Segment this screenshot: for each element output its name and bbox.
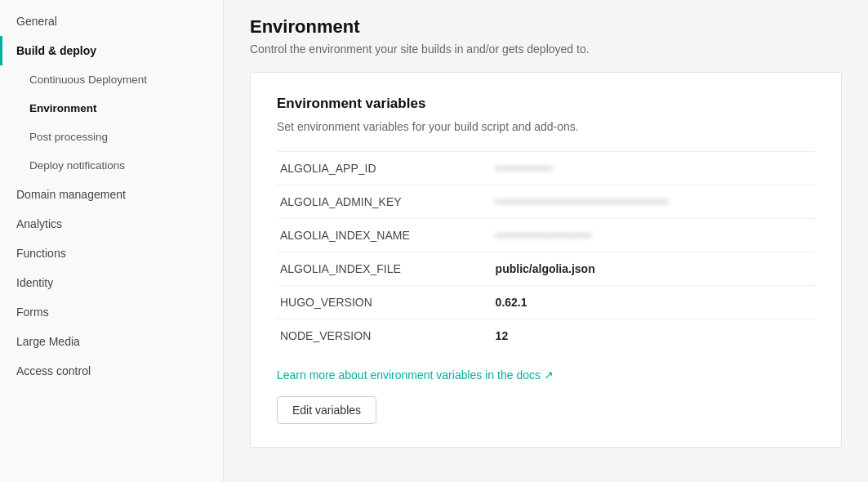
env-value-cell: •••••••••••••••••••• — [492, 219, 815, 252]
sidebar-item-identity[interactable]: Identity — [0, 268, 223, 297]
sidebar-item-forms[interactable]: Forms — [0, 297, 223, 327]
main-content: Environment Control the environment your… — [224, 0, 868, 482]
card-description: Set environment variables for your build… — [277, 120, 815, 133]
sidebar-item-functions[interactable]: Functions — [0, 239, 223, 268]
env-table-row: ALGOLIA_INDEX_NAME•••••••••••••••••••• — [277, 219, 815, 252]
env-value-cell: •••••••••••••••••••••••••••••••••••• — [492, 185, 815, 219]
sidebar: General Build & deploy Continuous Deploy… — [0, 0, 224, 482]
edit-variables-button[interactable]: Edit variables — [277, 396, 376, 424]
page-title: Environment — [250, 16, 842, 38]
env-table-row: HUGO_VERSION0.62.1 — [277, 286, 815, 319]
sidebar-item-post-processing[interactable]: Post processing — [0, 123, 223, 151]
env-key-cell: ALGOLIA_ADMIN_KEY — [277, 185, 492, 219]
env-variables-card: Environment variables Set environment va… — [250, 72, 842, 448]
sidebar-item-analytics[interactable]: Analytics — [0, 209, 223, 239]
sidebar-item-domain-management[interactable]: Domain management — [0, 180, 223, 209]
learn-more-link[interactable]: Learn more about environment variables i… — [277, 368, 554, 382]
sidebar-item-large-media[interactable]: Large Media — [0, 327, 223, 356]
env-key-cell: ALGOLIA_APP_ID — [277, 152, 492, 185]
sidebar-item-access-control[interactable]: Access control — [0, 356, 223, 386]
env-table-row: ALGOLIA_INDEX_FILEpublic/algolia.json — [277, 252, 815, 286]
sidebar-item-deploy-notifications[interactable]: Deploy notifications — [0, 151, 223, 180]
env-value-cell: 0.62.1 — [492, 286, 815, 319]
env-key-cell: ALGOLIA_INDEX_FILE — [277, 252, 492, 286]
env-table-row: ALGOLIA_ADMIN_KEY•••••••••••••••••••••••… — [277, 185, 815, 219]
page-subtitle: Control the environment your site builds… — [250, 42, 842, 56]
sidebar-item-build-deploy[interactable]: Build & deploy — [0, 36, 223, 65]
sidebar-item-general[interactable]: General — [0, 7, 223, 36]
sidebar-item-continuous-deployment[interactable]: Continuous Deployment — [0, 65, 223, 94]
sidebar-item-environment[interactable]: Environment — [0, 94, 223, 123]
env-value-cell: •••••••••••• — [492, 152, 815, 185]
env-key-cell: NODE_VERSION — [277, 319, 492, 353]
env-variables-table: ALGOLIA_APP_ID••••••••••••ALGOLIA_ADMIN_… — [277, 151, 815, 352]
card-title: Environment variables — [277, 96, 815, 112]
page-header: Environment Control the environment your… — [250, 16, 842, 56]
env-value-cell: public/algolia.json — [492, 252, 815, 286]
env-table-row: NODE_VERSION12 — [277, 319, 815, 353]
env-key-cell: ALGOLIA_INDEX_NAME — [277, 219, 492, 252]
env-key-cell: HUGO_VERSION — [277, 286, 492, 319]
env-value-cell: 12 — [492, 319, 815, 353]
env-table-row: ALGOLIA_APP_ID•••••••••••• — [277, 152, 815, 185]
